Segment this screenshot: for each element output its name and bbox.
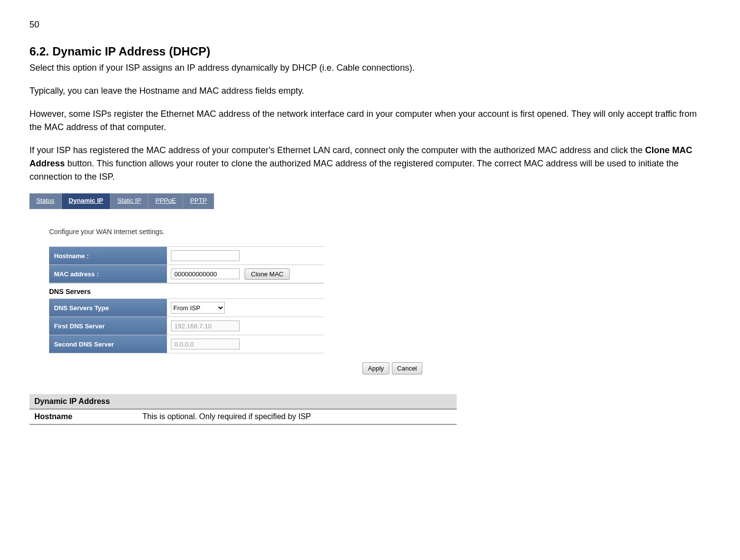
hostname-input-cell xyxy=(167,250,240,261)
apply-button[interactable]: Apply xyxy=(362,362,389,374)
dns-type-row: DNS Servers Type From ISP xyxy=(49,298,324,317)
hostname-input[interactable] xyxy=(171,250,240,261)
mac-row: MAC address : Clone MAC xyxy=(49,265,324,283)
dns-type-input-cell: From ISP xyxy=(167,302,225,314)
second-dns-label: Second DNS Server xyxy=(49,335,167,353)
table-header-row: Dynamic IP Address xyxy=(29,394,457,409)
second-dns-input xyxy=(171,339,240,349)
para2: Typically, you can leave the Hostname an… xyxy=(29,84,711,98)
dns-type-select[interactable]: From ISP xyxy=(171,302,225,314)
table-val-hostname: This is optional. Only required if speci… xyxy=(137,409,457,425)
para4c: button. This function allows your router… xyxy=(29,159,679,182)
tab-bar: Status Dynamic IP Static IP PPPoE PPTP xyxy=(29,193,403,209)
tab-pppoe[interactable]: PPPoE xyxy=(148,193,183,209)
tab-pptp[interactable]: PPTP xyxy=(183,193,214,209)
table-title: Dynamic IP Address xyxy=(29,394,457,409)
footer-buttons: Apply Cancel xyxy=(29,362,422,374)
clone-mac-button[interactable]: Clone MAC xyxy=(245,268,290,280)
second-dns-input-cell xyxy=(167,339,240,349)
dns-type-label: DNS Servers Type xyxy=(49,299,167,317)
ui-screenshot: Status Dynamic IP Static IP PPPoE PPTP C… xyxy=(29,193,403,374)
first-dns-input xyxy=(171,320,240,331)
mac-input-cell: Clone MAC xyxy=(167,268,290,280)
form-area: Hostname : MAC address : Clone MAC DNS S… xyxy=(49,246,324,353)
page-number: 50 xyxy=(29,20,711,30)
hostname-row: Hostname : xyxy=(49,246,324,265)
section-heading: 6.2. Dynamic IP Address (DHCP) xyxy=(29,45,711,58)
tab-static-ip[interactable]: Static IP xyxy=(110,193,148,209)
para4a: If your ISP has registered the MAC addre… xyxy=(29,145,645,155)
table-key-hostname: Hostname xyxy=(29,409,137,425)
para4: If your ISP has registered the MAC addre… xyxy=(29,144,711,184)
first-dns-input-cell xyxy=(167,320,240,331)
mac-input[interactable] xyxy=(171,268,240,279)
mac-label: MAC address : xyxy=(49,265,167,283)
dns-section-header: DNS Servers xyxy=(49,283,324,298)
cancel-button[interactable]: Cancel xyxy=(392,362,422,374)
para1: Select this option if your ISP assigns a… xyxy=(29,61,711,75)
first-dns-row: First DNS Server xyxy=(49,317,324,335)
configure-text: Configure your WAN Internet settings. xyxy=(49,228,403,236)
table-row: Hostname This is optional. Only required… xyxy=(29,409,457,425)
second-dns-row: Second DNS Server xyxy=(49,335,324,353)
hostname-label: Hostname : xyxy=(49,247,167,265)
description-table: Dynamic IP Address Hostname This is opti… xyxy=(29,394,457,425)
tab-dynamic-ip[interactable]: Dynamic IP xyxy=(62,193,110,209)
first-dns-label: First DNS Server xyxy=(49,317,167,335)
tab-status[interactable]: Status xyxy=(29,193,62,209)
para3: However, some ISPs register the Ethernet… xyxy=(29,107,711,134)
